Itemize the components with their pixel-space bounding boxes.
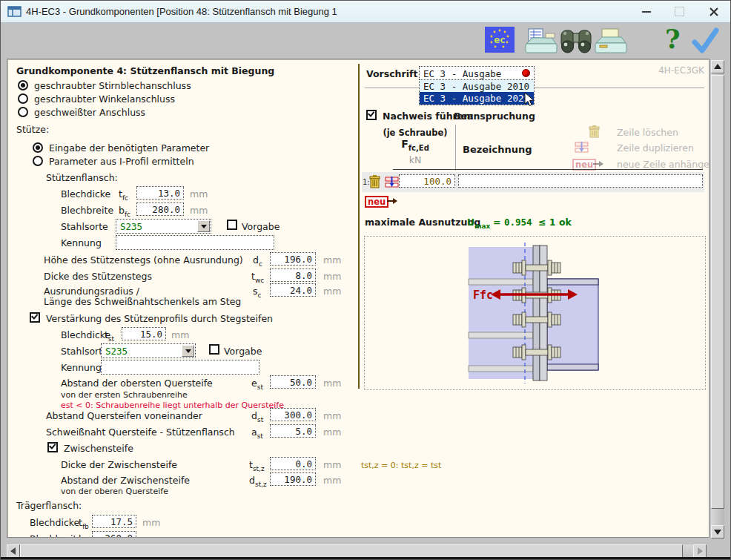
svg-text:ec: ec [494, 34, 506, 45]
dstz-input[interactable]: 190.0 [270, 472, 316, 486]
sc-label-2: Länge des Schweißnahtschenkels am Steg [44, 296, 241, 307]
help-icon[interactable]: ? [665, 24, 681, 54]
twc-symbol: twc [251, 271, 264, 286]
vorgabe2-checkbox[interactable] [209, 344, 219, 355]
stuetzenflansch-section-label: Stützenflansch: [46, 172, 118, 183]
stahlsorte1-select[interactable]: S235 [116, 219, 211, 234]
tstz-label: Dicke der Zwischensteife [61, 459, 177, 470]
maximize-button[interactable] [664, 1, 694, 22]
verstaerkung-checkbox[interactable] [30, 312, 40, 323]
force-arrow-label: Ffc [473, 289, 493, 302]
vertical-scrollbar[interactable] [711, 60, 724, 538]
duplicate-row-label[interactable]: Zeile duplizieren [617, 142, 694, 154]
dst-input[interactable]: 300.0 [270, 408, 316, 421]
vorgabe2-label: Vorgabe [224, 346, 262, 357]
close-button[interactable] [699, 1, 729, 22]
vorgabe1-checkbox[interactable] [227, 220, 237, 230]
kennung2-input[interactable] [101, 360, 259, 375]
bfc-input[interactable]: 280.0 [136, 202, 184, 216]
twc-input[interactable]: 8.0 [270, 269, 316, 282]
vorschrift-combobox[interactable]: EC 3 - Ausgabe 2025 [419, 66, 535, 81]
dc-symbol: dc [253, 254, 262, 270]
dropdown-button[interactable] [197, 220, 210, 232]
dst-unit: mm [323, 410, 341, 421]
dropdown-button[interactable] [182, 345, 194, 357]
horizontal-scrollbar[interactable] [7, 544, 707, 558]
tstz-input[interactable]: 0.0 [270, 457, 316, 470]
tfc-label: Blechdicke [61, 188, 110, 200]
radio-label[interactable]: Parameter aus I-Profil ermitteln [49, 156, 194, 167]
zwischensteife-label[interactable]: Zwischensteife [64, 443, 133, 454]
delete-row-label[interactable]: Zeile löschen [617, 127, 678, 138]
bfc-symbol: bfc [119, 205, 130, 220]
ast-unit: mm [323, 426, 341, 438]
duplicate-row-icon[interactable] [575, 141, 589, 154]
tfb-input[interactable]: 17.5 [92, 515, 136, 528]
bezeichnung-input[interactable] [458, 174, 703, 188]
ast-input[interactable]: 5.0 [270, 424, 316, 438]
dc-unit: mm [323, 254, 341, 266]
delete-row-icon[interactable] [588, 125, 600, 138]
duplicate-row-icon[interactable] [385, 176, 400, 188]
print-document-icon[interactable] [523, 27, 559, 59]
vertical-scrollbar-thumb[interactable] [711, 75, 724, 509]
umax-value: 0.954 [504, 217, 532, 228]
tst-symbol: tst [105, 329, 114, 345]
table-row: 1: 100.0 [362, 172, 704, 192]
tfb-label: Blechdicke [30, 517, 79, 528]
dropdown-option-highlighted[interactable]: EC 3 - Ausgabe 2025 [420, 92, 534, 105]
nachweis-checkbox[interactable] [366, 110, 377, 120]
vorschrift-label: Vorschrift [366, 68, 417, 79]
verstaerkung-label[interactable]: Verstärkung des Stützenprofils durch Ste… [46, 313, 273, 324]
scroll-right-button[interactable] [693, 544, 707, 558]
binoculars-icon[interactable] [558, 26, 594, 59]
scroll-left-button[interactable] [7, 544, 20, 558]
kennung1-input[interactable] [116, 235, 274, 250]
sc-input[interactable]: 24.0 [270, 283, 316, 297]
radio-label[interactable]: geschraubter Stirnblechanschluss [34, 80, 191, 91]
radio-eingabe-parameter[interactable] [33, 142, 43, 153]
app-icon [7, 6, 22, 18]
close-icon [709, 7, 719, 17]
sc-label-1: Ausrundungsradius / [44, 286, 139, 297]
force-header: Ffc,Ed [382, 139, 449, 154]
eurocode-icon[interactable]: ec [485, 27, 515, 53]
append-row-label[interactable]: neue Zeile anhängen [617, 159, 710, 170]
print-icon[interactable] [593, 27, 629, 59]
zwischensteife-checkbox[interactable] [47, 442, 58, 452]
tfc-symbol: tfc [119, 188, 128, 204]
horizontal-scrollbar-thumb[interactable] [20, 544, 683, 558]
append-row-button[interactable]: neu [365, 196, 388, 208]
ast-symbol: ast [251, 426, 263, 442]
divider [365, 88, 704, 88]
stahlsorte2-select[interactable]: S235 [101, 343, 196, 358]
connection-diagram: Ffc [365, 237, 704, 388]
delete-row-icon[interactable] [368, 174, 380, 188]
dropdown-option[interactable]: EC 3 - Ausgabe 2010 [420, 80, 534, 92]
radio-stirnblechanschluss[interactable] [18, 80, 28, 90]
tfc-input[interactable]: 13.0 [136, 186, 184, 200]
scroll-up-button[interactable] [711, 60, 724, 73]
dstz-unit: mm [323, 475, 341, 486]
scroll-down-button[interactable] [711, 525, 724, 538]
radio-label[interactable]: geschraubter Winkelanschluss [34, 93, 175, 105]
radio-label[interactable]: geschweißter Anschluss [34, 107, 145, 118]
radio-label[interactable]: Eingabe der benötigten Parameter [49, 142, 209, 154]
page-title: Grundkomponente 4: Stützenflansch mit Bi… [16, 65, 274, 76]
radio-parameter-iprofil[interactable] [33, 156, 43, 166]
force-input[interactable]: 100.0 [399, 174, 455, 188]
radio-winkelanschluss[interactable] [18, 93, 28, 104]
ast-label: Schweißnaht Quersteife - Stützenflansch [46, 426, 235, 438]
est-input[interactable]: 50.0 [270, 375, 316, 389]
tst-input[interactable]: 15.0 [122, 327, 166, 340]
confirm-icon[interactable] [691, 27, 721, 58]
bfc-label: Blechbreite [61, 205, 113, 216]
radio-geschweisster-anschluss[interactable] [18, 107, 28, 117]
arrow-up-icon [714, 60, 721, 69]
dc-input[interactable]: 196.0 [270, 252, 316, 266]
mouse-cursor-icon [524, 92, 535, 107]
bfb-input[interactable]: 260.0 [92, 531, 136, 538]
main-panel: Grundkomponente 4: Stützenflansch mit Bi… [7, 59, 710, 538]
force-unit-header: kN [382, 154, 449, 165]
minimize-button[interactable] [632, 1, 661, 22]
